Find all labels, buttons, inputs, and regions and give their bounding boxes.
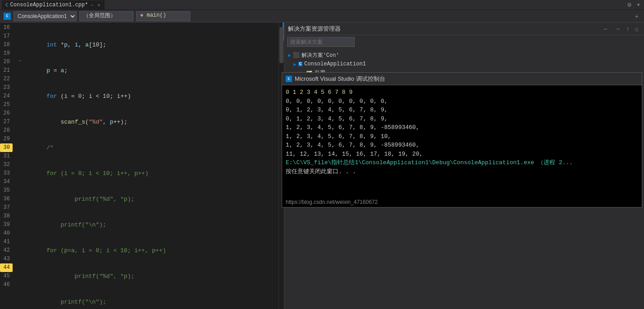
fold-31: [16, 151, 23, 160]
bp-26: [23, 108, 31, 117]
fold-gutter: −: [16, 23, 23, 309]
console-line-1: 0, 0, 0, 0, 0, 0, 0, 0, 0, 0,: [286, 97, 638, 106]
code-content: 16 17 18 19 20 21 22 23 24 25 26 27 28 2…: [0, 23, 284, 309]
toolbar: C ConsoleApplication1 （全局范围） ◆ main() +: [0, 10, 644, 23]
console-line-4: 1, 2, 3, 4, 5, 6, 7, 8, 9, -858993460,: [286, 123, 638, 132]
nav-back-button[interactable]: ←: [601, 25, 611, 32]
right-panel-nav-btns: ← → ↑ ⌂: [601, 25, 640, 32]
fold-26: [16, 108, 23, 117]
fold-37: [16, 203, 23, 211]
bp-16: [23, 23, 31, 31]
bp-32: [23, 160, 31, 168]
code-line-26: printf("\n");: [32, 298, 279, 306]
line-num-26: 26: [0, 109, 13, 118]
console-icon: C: [286, 76, 292, 82]
line-num-31: 31: [0, 152, 13, 161]
fold-32: [16, 160, 23, 168]
line-num-28: 28: [0, 126, 13, 135]
solution-icon: ⬛: [293, 52, 300, 59]
bp-41: [23, 237, 31, 245]
code-line-19: scanf_s("%d", p++);: [32, 118, 279, 126]
bp-36: [23, 194, 31, 203]
cpp-file-icon: C: [5, 2, 9, 8]
bp-34: [23, 177, 31, 185]
settings-icon[interactable]: ⚙: [626, 1, 633, 9]
bp-45: [23, 271, 31, 280]
line-num-29: 29: [0, 135, 13, 143]
line-num-46: 46: [0, 281, 13, 289]
fold-45: [16, 271, 23, 280]
code-editor: 16 17 18 19 20 21 22 23 24 25 26 27 28 2…: [0, 23, 284, 309]
bp-40: [23, 228, 31, 237]
solution-expand-icon: ▶: [288, 52, 291, 58]
code-line-17: p = a;: [32, 66, 279, 75]
fold-38: [16, 211, 23, 220]
code-line-22: printf("%d", *p);: [32, 195, 279, 203]
line-num-19: 19: [0, 49, 13, 58]
project-expand-icon: ▶: [293, 61, 297, 67]
line-num-22: 22: [0, 75, 13, 83]
console-line-0: 0 1 2 3 4 5 6 7 8 9: [286, 88, 638, 97]
console-body: 0 1 2 3 4 5 6 7 8 9 0, 0, 0, 0, 0, 0, 0,…: [282, 85, 642, 198]
fold-29: [16, 134, 23, 143]
project-select[interactable]: ConsoleApplication1: [14, 11, 77, 21]
toolbar-right: +: [633, 13, 644, 20]
title-bar: C ConsoleApplication1.cpp* − × ⚙ ▾: [0, 0, 644, 10]
add-button[interactable]: +: [633, 13, 640, 20]
line-num-27: 27: [0, 118, 13, 126]
line-num-37: 37: [0, 203, 13, 212]
bp-42: [23, 245, 31, 254]
tab-close-button[interactable]: ×: [96, 2, 101, 8]
scrollbar-thumb[interactable]: [279, 27, 283, 63]
line-num-43: 43: [0, 255, 13, 263]
code-lines[interactable]: int *p, i, a[10]; p = a; for (i = 0; i <…: [31, 23, 279, 309]
editor-tab[interactable]: C ConsoleApplication1.cpp* − ×: [2, 0, 105, 9]
fold-24: [16, 91, 23, 100]
solution-label: 解决方案'Con': [301, 51, 339, 59]
fold-18: [16, 40, 23, 48]
scope-display: （全局范围）: [79, 11, 133, 21]
fold-33: [16, 168, 23, 177]
footer-url: https://blog.csdn.net/weixin_47160672: [286, 199, 378, 205]
line-num-18: 18: [0, 41, 13, 49]
solution-item-project[interactable]: ▶ C ConsoleApplication1: [286, 60, 642, 68]
project-label: ConsoleApplication1: [304, 61, 366, 67]
line-num-25: 25: [0, 101, 13, 109]
search-area: [284, 35, 644, 49]
line-num-33: 33: [0, 169, 13, 178]
bp-38: [23, 211, 31, 220]
fold-36: [16, 194, 23, 203]
bp-18: [23, 40, 31, 48]
dropdown-icon[interactable]: ▾: [635, 1, 642, 9]
line-num-45: 45: [0, 272, 13, 281]
console-line-3: 0, 1, 2, 3, 4, 5, 6, 7, 8, 9,: [286, 115, 638, 124]
line-num-42: 42: [0, 246, 13, 255]
fold-30: [16, 143, 23, 151]
nav-forward-button[interactable]: →: [613, 25, 623, 32]
nav-up-button[interactable]: ↑: [625, 25, 631, 32]
right-panel-header: 解决方案资源管理器 ← → ↑ ⌂: [284, 23, 644, 35]
bp-gutter: [23, 23, 31, 309]
search-input[interactable]: [287, 37, 355, 47]
solution-item-root[interactable]: ▶ ⬛ 解决方案'Con': [286, 51, 642, 60]
console-footer: https://blog.csdn.net/weixin_47160672: [282, 198, 642, 207]
line-num-41: 41: [0, 238, 13, 246]
code-line-25: printf("%d", *p);: [32, 272, 279, 281]
line-numbers: 16 17 18 19 20 21 22 23 24 25 26 27 28 2…: [0, 23, 16, 309]
tab-pin-button[interactable]: −: [90, 2, 94, 8]
console-line-6: 1, 2, 3, 4, 5, 6, 7, 8, 9, -858993460,: [286, 141, 638, 150]
bp-17: [23, 31, 31, 40]
nav-home-button[interactable]: ⌂: [633, 25, 640, 32]
bp-29: [23, 134, 31, 143]
code-line-24: for (p=a, i = 0; i < 10; i++, p++): [32, 246, 279, 255]
fold-17: [16, 31, 23, 40]
fold-42: [16, 245, 23, 254]
project-icon-sm: C: [298, 62, 302, 66]
fold-20[interactable]: −: [16, 57, 23, 65]
fold-23: [16, 83, 23, 91]
toolbar-left: C ConsoleApplication1 （全局范围） ◆ main(): [0, 11, 194, 21]
line-num-40: 40: [0, 229, 13, 238]
console-line-8: E:\C\VS_file\指针总结1\ConsoleApplication1\D…: [286, 158, 638, 167]
fold-39: [16, 220, 23, 228]
bp-21: [23, 65, 31, 74]
